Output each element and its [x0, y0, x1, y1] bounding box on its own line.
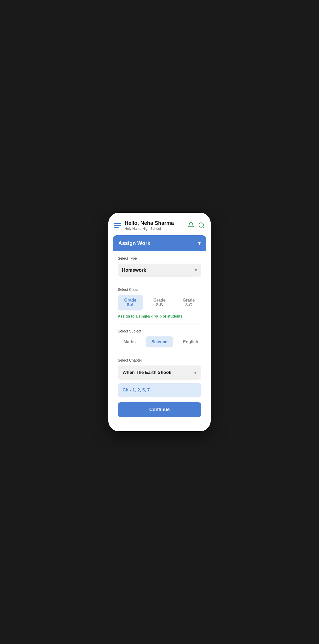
- notification-bell-button[interactable]: [188, 222, 194, 229]
- class-options: Grade 8-A Grade 8-B Grade 8-C: [118, 295, 201, 310]
- class-option-grade-8b[interactable]: Grade 8-B: [147, 295, 172, 310]
- class-label: Select Class: [118, 287, 201, 292]
- form-section: Select Type Homework ▾ Select Class Grad…: [113, 251, 206, 423]
- chapter-dropdown-chevron-icon: ▾: [194, 370, 196, 375]
- divider-1: [118, 282, 201, 282]
- header-title-block: Hello, Neha Sharma Holy Name High School: [125, 220, 174, 231]
- header-greeting: Hello, Neha Sharma: [125, 220, 174, 226]
- header-icons: [188, 222, 205, 229]
- type-dropdown[interactable]: Homework ▾: [118, 264, 201, 277]
- chapter-dropdown-value: When The Earth Shook: [123, 370, 171, 375]
- assign-group-link[interactable]: Assign to a single/ group of students: [118, 314, 201, 318]
- subject-option-maths[interactable]: Maths: [118, 336, 141, 347]
- header-left: Hello, Neha Sharma Holy Name High School: [114, 220, 174, 231]
- subject-option-science[interactable]: Science: [146, 336, 173, 347]
- continue-button[interactable]: Continue: [118, 402, 201, 417]
- search-button[interactable]: [198, 222, 205, 229]
- type-dropdown-value: Homework: [122, 268, 146, 273]
- assign-work-chevron-icon: ▾: [198, 240, 201, 246]
- hamburger-menu-icon[interactable]: [114, 223, 121, 228]
- search-icon: [198, 222, 205, 229]
- divider-2: [118, 324, 201, 324]
- chapter-dropdown[interactable]: When The Earth Shook ▾: [118, 365, 201, 380]
- chapter-chips: Ch - 1, 2, 5, 7: [118, 383, 201, 397]
- subject-label: Select Subject: [118, 329, 201, 333]
- subject-option-english[interactable]: English: [177, 336, 204, 347]
- svg-point-0: [199, 223, 203, 227]
- subject-options: Maths Science English: [118, 336, 201, 347]
- assign-work-banner[interactable]: Assign Work ▾: [113, 235, 206, 251]
- chapter-chips-text: Ch - 1, 2, 5, 7: [123, 388, 150, 392]
- header-school: Holy Name High School: [125, 227, 174, 231]
- header: Hello, Neha Sharma Holy Name High School: [108, 213, 211, 235]
- class-option-grade-8a[interactable]: Grade 8-A: [118, 295, 143, 310]
- type-label: Select Type: [118, 256, 201, 260]
- class-option-grade-8c[interactable]: Grade 8-C: [176, 295, 201, 310]
- divider-3: [118, 353, 201, 353]
- assign-work-title: Assign Work: [118, 240, 150, 246]
- bell-icon: [188, 222, 194, 229]
- chapter-label: Select Chapter: [118, 358, 201, 362]
- svg-line-1: [203, 227, 204, 228]
- type-dropdown-chevron-icon: ▾: [195, 267, 197, 273]
